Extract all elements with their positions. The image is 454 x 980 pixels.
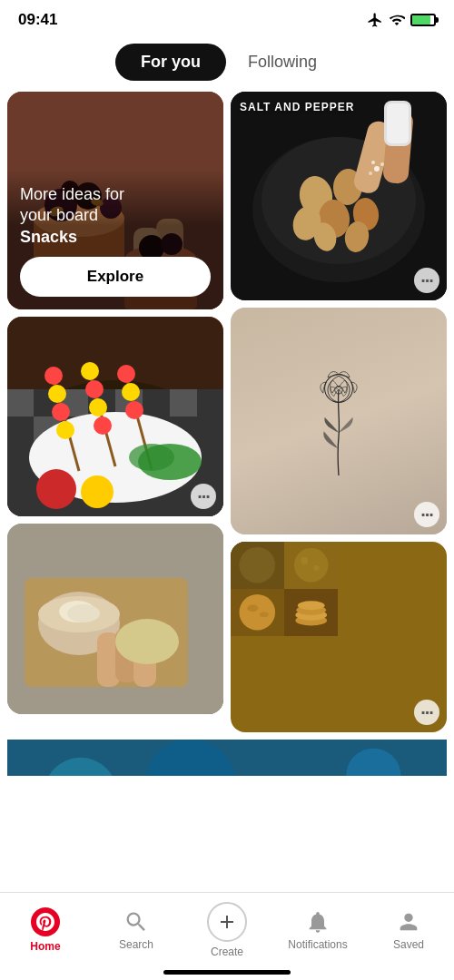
potato-visual [7, 524, 223, 714]
bell-icon [305, 909, 331, 935]
nav-notifications-label: Notifications [288, 938, 347, 951]
status-icons [367, 12, 436, 28]
nav-saved-label: Saved [393, 938, 424, 951]
salt-pepper-more-options[interactable]: ··· [414, 268, 439, 293]
salt-pepper-card[interactable]: SALT AND PEPPER ··· [231, 92, 447, 300]
svg-point-46 [81, 475, 114, 508]
masonry-grid: More ideas for your board Snacks Explore [0, 92, 454, 732]
nav-home[interactable]: Home [14, 907, 77, 953]
svg-rect-28 [7, 416, 34, 444]
snacks-board-text: More ideas for your board Snacks [20, 184, 211, 248]
svg-point-45 [36, 469, 76, 509]
nav-notifications[interactable]: Notifications [286, 909, 350, 951]
svg-point-86 [301, 557, 308, 564]
potato-image [7, 524, 223, 714]
svg-point-83 [239, 547, 275, 583]
bottom-nav: Home Search Create Notifications Saved [0, 892, 454, 980]
svg-point-71 [374, 166, 380, 172]
rose-tattoo-svg [302, 367, 375, 475]
nav-home-label: Home [30, 940, 60, 953]
svg-point-39 [89, 398, 107, 416]
tab-following[interactable]: Following [226, 44, 339, 81]
svg-rect-20 [7, 389, 34, 416]
svg-point-37 [81, 362, 99, 380]
svg-point-87 [314, 565, 320, 571]
nav-saved[interactable]: Saved [377, 909, 440, 951]
pancake-image [231, 542, 447, 732]
svg-point-91 [260, 612, 269, 617]
partial-bottom-image [7, 740, 447, 776]
pancake-more-options[interactable]: ··· [414, 700, 439, 725]
fruit-skewers-card[interactable]: ··· [7, 317, 223, 516]
svg-point-43 [122, 383, 140, 401]
svg-point-54 [67, 604, 100, 622]
svg-point-90 [247, 604, 258, 612]
salt-pepper-visual [231, 92, 447, 300]
create-plus-icon [207, 902, 247, 942]
left-column: More ideas for your board Snacks Explore [7, 92, 223, 732]
tattoo-image [231, 308, 447, 534]
nav-create-label: Create [211, 946, 243, 958]
svg-point-44 [125, 401, 143, 419]
svg-point-35 [56, 421, 74, 439]
wifi-icon [389, 12, 405, 28]
svg-point-85 [294, 548, 329, 583]
svg-point-38 [85, 380, 104, 398]
explore-button[interactable]: Explore [20, 257, 211, 297]
pinterest-logo-icon [31, 907, 60, 936]
pancake-visual [231, 542, 338, 636]
svg-point-74 [369, 172, 372, 175]
svg-point-42 [117, 365, 135, 383]
potato-card[interactable] [7, 524, 223, 714]
salt-pepper-image: SALT AND PEPPER [231, 92, 447, 300]
battery-icon [410, 14, 436, 26]
fruit-skewers-more-options[interactable]: ··· [191, 484, 216, 509]
svg-rect-27 [197, 389, 223, 416]
svg-point-96 [298, 601, 325, 610]
svg-rect-25 [143, 389, 170, 416]
right-column: SALT AND PEPPER ··· [231, 92, 447, 732]
svg-point-58 [115, 619, 179, 664]
nav-search[interactable]: Search [104, 909, 168, 951]
tattoo-card[interactable]: ··· [231, 308, 447, 534]
person-icon [396, 909, 421, 935]
svg-point-72 [371, 161, 375, 164]
bottom-teaser [7, 740, 447, 776]
svg-rect-26 [170, 389, 197, 416]
pancake-card[interactable]: ··· [231, 542, 447, 732]
fruit-skewers-image [7, 317, 223, 516]
svg-point-40 [94, 416, 112, 435]
svg-point-34 [52, 403, 70, 421]
svg-point-33 [48, 385, 66, 403]
airplane-icon [367, 12, 383, 28]
status-time: 09:41 [18, 11, 57, 29]
nav-create[interactable]: Create [195, 902, 259, 958]
search-icon [123, 909, 149, 935]
snacks-card[interactable]: More ideas for your board Snacks Explore [7, 92, 223, 309]
fruit-skewers-visual [7, 317, 223, 516]
status-bar: 09:41 [0, 0, 454, 36]
tab-bar-top: For you Following [0, 36, 454, 92]
svg-point-89 [239, 594, 275, 631]
nav-search-label: Search [119, 938, 153, 951]
svg-point-32 [44, 367, 63, 385]
salt-pepper-label: SALT AND PEPPER [240, 101, 354, 113]
svg-point-73 [380, 162, 384, 166]
tattoo-more-options[interactable]: ··· [414, 502, 439, 527]
home-indicator [163, 970, 291, 975]
snacks-overlay: More ideas for your board Snacks Explore [7, 170, 223, 309]
snacks-image: More ideas for your board Snacks Explore [7, 92, 223, 309]
tab-for-you[interactable]: For you [115, 44, 226, 81]
svg-point-48 [129, 444, 174, 471]
svg-rect-76 [387, 103, 409, 143]
